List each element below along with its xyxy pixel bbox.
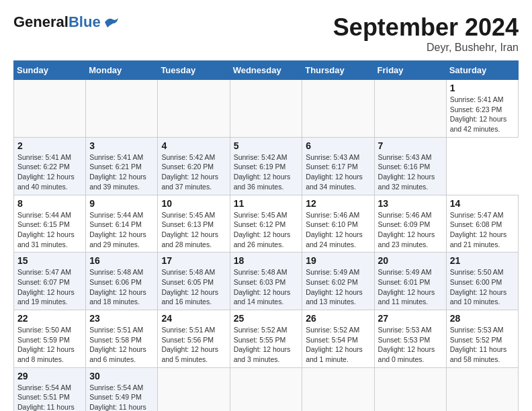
- calendar-day-6: 6Sunrise: 5:43 AMSunset: 6:17 PMDaylight…: [302, 137, 374, 195]
- day-info: Sunrise: 5:41 AMSunset: 6:23 PMDaylight:…: [450, 95, 507, 133]
- calendar-week-5: 22Sunrise: 5:50 AMSunset: 5:59 PMDayligh…: [14, 310, 519, 368]
- calendar-day-27: 27Sunrise: 5:53 AMSunset: 5:53 PMDayligh…: [374, 310, 446, 368]
- day-number: 5: [234, 140, 299, 151]
- calendar-day-15: 15Sunrise: 5:47 AMSunset: 6:07 PMDayligh…: [14, 253, 86, 310]
- day-number: 3: [89, 140, 154, 151]
- day-number: 17: [161, 255, 226, 266]
- empty-cell: [158, 367, 230, 411]
- day-number: 27: [378, 313, 443, 324]
- day-info: Sunrise: 5:44 AMSunset: 6:15 PMDaylight:…: [17, 211, 75, 248]
- calendar-week-1: 1Sunrise: 5:41 AMSunset: 6:23 PMDaylight…: [14, 80, 519, 138]
- calendar-day-16: 16Sunrise: 5:48 AMSunset: 6:06 PMDayligh…: [86, 253, 158, 310]
- day-info: Sunrise: 5:43 AMSunset: 6:17 PMDaylight:…: [306, 153, 363, 191]
- day-info: Sunrise: 5:49 AMSunset: 6:02 PMDaylight:…: [306, 268, 363, 306]
- day-number: 13: [378, 198, 443, 209]
- calendar-day-11: 11Sunrise: 5:45 AMSunset: 6:12 PMDayligh…: [230, 195, 302, 253]
- day-info: Sunrise: 5:45 AMSunset: 6:12 PMDaylight:…: [234, 211, 291, 248]
- day-info: Sunrise: 5:47 AMSunset: 6:07 PMDaylight:…: [17, 268, 75, 306]
- day-info: Sunrise: 5:53 AMSunset: 5:52 PMDaylight:…: [450, 326, 507, 363]
- calendar-day-20: 20Sunrise: 5:49 AMSunset: 6:01 PMDayligh…: [374, 253, 446, 310]
- day-info: Sunrise: 5:46 AMSunset: 6:10 PMDaylight:…: [306, 211, 363, 248]
- calendar-header-thursday: Thursday: [302, 61, 374, 80]
- day-number: 11: [234, 198, 299, 209]
- calendar-day-21: 21Sunrise: 5:50 AMSunset: 6:00 PMDayligh…: [446, 253, 518, 310]
- calendar-week-4: 15Sunrise: 5:47 AMSunset: 6:07 PMDayligh…: [14, 253, 519, 310]
- day-number: 12: [306, 198, 370, 209]
- day-number: 30: [89, 371, 154, 381]
- calendar-day-23: 23Sunrise: 5:51 AMSunset: 5:58 PMDayligh…: [86, 310, 158, 368]
- day-info: Sunrise: 5:41 AMSunset: 6:22 PMDaylight:…: [17, 153, 75, 191]
- day-info: Sunrise: 5:47 AMSunset: 6:08 PMDaylight:…: [450, 211, 507, 248]
- logo-blue: Blue: [69, 13, 101, 30]
- calendar-day-10: 10Sunrise: 5:45 AMSunset: 6:13 PMDayligh…: [158, 195, 230, 253]
- day-number: 20: [378, 255, 443, 266]
- calendar-day-30: 30Sunrise: 5:54 AMSunset: 5:49 PMDayligh…: [86, 367, 158, 411]
- calendar-day-5: 5Sunrise: 5:42 AMSunset: 6:19 PMDaylight…: [230, 137, 302, 195]
- empty-cell: [86, 80, 158, 138]
- calendar-day-2: 2Sunrise: 5:41 AMSunset: 6:22 PMDaylight…: [14, 137, 86, 195]
- day-info: Sunrise: 5:51 AMSunset: 5:56 PMDaylight:…: [161, 326, 218, 363]
- calendar-day-7: 7Sunrise: 5:43 AMSunset: 6:16 PMDaylight…: [374, 137, 446, 195]
- day-number: 2: [17, 140, 82, 151]
- day-number: 29: [17, 371, 82, 381]
- day-info: Sunrise: 5:52 AMSunset: 5:55 PMDaylight:…: [234, 326, 291, 363]
- empty-cell: [230, 367, 302, 411]
- day-info: Sunrise: 5:48 AMSunset: 6:05 PMDaylight:…: [161, 268, 218, 306]
- calendar-week-2: 2Sunrise: 5:41 AMSunset: 6:22 PMDaylight…: [14, 137, 519, 195]
- calendar-day-26: 26Sunrise: 5:52 AMSunset: 5:54 PMDayligh…: [302, 310, 374, 368]
- calendar-header-row: SundayMondayTuesdayWednesdayThursdayFrid…: [14, 61, 519, 80]
- day-info: Sunrise: 5:45 AMSunset: 6:13 PMDaylight:…: [161, 211, 218, 248]
- logo-bird-icon: [103, 17, 118, 28]
- day-info: Sunrise: 5:54 AMSunset: 5:51 PMDaylight:…: [17, 383, 75, 411]
- logo-general: General: [13, 13, 69, 30]
- calendar-day-4: 4Sunrise: 5:42 AMSunset: 6:20 PMDaylight…: [158, 137, 230, 195]
- day-number: 10: [161, 198, 226, 209]
- calendar-header-tuesday: Tuesday: [158, 61, 230, 80]
- calendar-header-saturday: Saturday: [446, 61, 518, 80]
- calendar-day-8: 8Sunrise: 5:44 AMSunset: 6:15 PMDaylight…: [14, 195, 86, 253]
- day-number: 16: [89, 255, 154, 266]
- day-number: 4: [161, 140, 226, 151]
- calendar-day-29: 29Sunrise: 5:54 AMSunset: 5:51 PMDayligh…: [14, 367, 86, 411]
- calendar-header-monday: Monday: [86, 61, 158, 80]
- day-number: 26: [306, 313, 370, 324]
- day-number: 15: [17, 255, 82, 266]
- day-info: Sunrise: 5:42 AMSunset: 6:19 PMDaylight:…: [234, 153, 291, 191]
- empty-cell: [158, 80, 230, 138]
- day-number: 14: [450, 198, 515, 209]
- calendar-day-12: 12Sunrise: 5:46 AMSunset: 6:10 PMDayligh…: [302, 195, 374, 253]
- calendar-day-17: 17Sunrise: 5:48 AMSunset: 6:05 PMDayligh…: [158, 253, 230, 310]
- day-info: Sunrise: 5:51 AMSunset: 5:58 PMDaylight:…: [89, 326, 146, 363]
- day-number: 7: [378, 140, 443, 151]
- calendar-day-25: 25Sunrise: 5:52 AMSunset: 5:55 PMDayligh…: [230, 310, 302, 368]
- day-info: Sunrise: 5:43 AMSunset: 6:16 PMDaylight:…: [378, 153, 435, 191]
- calendar-day-19: 19Sunrise: 5:49 AMSunset: 6:02 PMDayligh…: [302, 253, 374, 310]
- day-number: 23: [89, 313, 154, 324]
- calendar-week-3: 8Sunrise: 5:44 AMSunset: 6:15 PMDaylight…: [14, 195, 519, 253]
- calendar-day-13: 13Sunrise: 5:46 AMSunset: 6:09 PMDayligh…: [374, 195, 446, 253]
- calendar-day-14: 14Sunrise: 5:47 AMSunset: 6:08 PMDayligh…: [446, 195, 518, 253]
- calendar-day-9: 9Sunrise: 5:44 AMSunset: 6:14 PMDaylight…: [86, 195, 158, 253]
- day-info: Sunrise: 5:44 AMSunset: 6:14 PMDaylight:…: [89, 211, 146, 248]
- day-info: Sunrise: 5:53 AMSunset: 5:53 PMDaylight:…: [378, 326, 435, 363]
- title-area: September 2024 Deyr, Bushehr, Iran: [333, 13, 519, 54]
- day-info: Sunrise: 5:48 AMSunset: 6:06 PMDaylight:…: [89, 268, 146, 306]
- day-number: 22: [17, 313, 82, 324]
- day-number: 19: [306, 255, 370, 266]
- calendar-day-3: 3Sunrise: 5:41 AMSunset: 6:21 PMDaylight…: [86, 137, 158, 195]
- day-number: 28: [450, 313, 515, 324]
- day-number: 24: [161, 313, 226, 324]
- day-info: Sunrise: 5:42 AMSunset: 6:20 PMDaylight:…: [161, 153, 218, 191]
- day-info: Sunrise: 5:48 AMSunset: 6:03 PMDaylight:…: [234, 268, 291, 306]
- day-info: Sunrise: 5:52 AMSunset: 5:54 PMDaylight:…: [306, 326, 363, 363]
- day-number: 8: [17, 198, 82, 209]
- calendar-day-22: 22Sunrise: 5:50 AMSunset: 5:59 PMDayligh…: [14, 310, 86, 368]
- empty-cell: [374, 80, 446, 138]
- calendar-table: SundayMondayTuesdayWednesdayThursdayFrid…: [13, 60, 519, 411]
- day-number: 9: [89, 198, 154, 209]
- calendar-header-friday: Friday: [374, 61, 446, 80]
- calendar-week-6: 29Sunrise: 5:54 AMSunset: 5:51 PMDayligh…: [14, 367, 519, 411]
- day-number: 6: [306, 140, 370, 151]
- calendar-day-24: 24Sunrise: 5:51 AMSunset: 5:56 PMDayligh…: [158, 310, 230, 368]
- empty-cell: [302, 80, 374, 138]
